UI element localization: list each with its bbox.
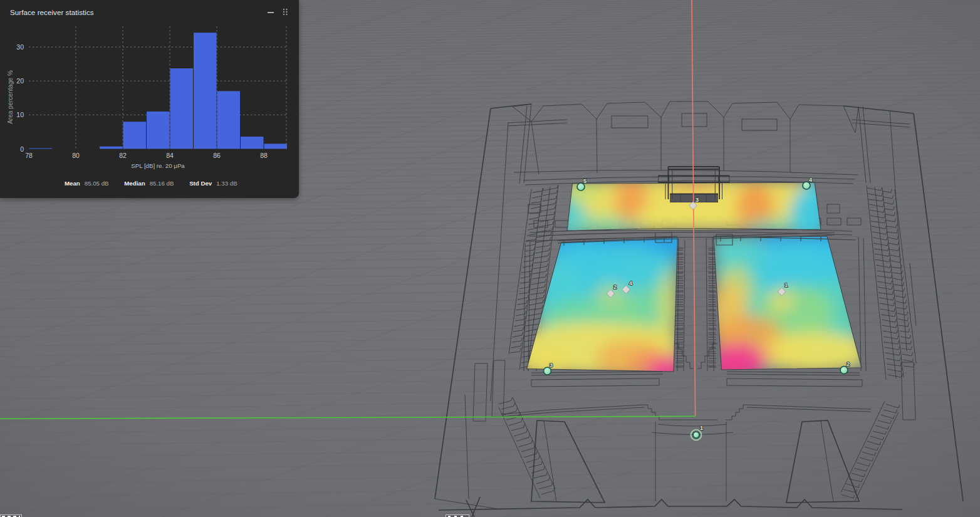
svg-text:88: 88: [260, 152, 268, 159]
svg-text:SPL [dB] re. 20 μPa: SPL [dB] re. 20 μPa: [131, 162, 185, 169]
svg-text:1: 1: [700, 425, 703, 431]
svg-text:0: 0: [20, 145, 24, 153]
svg-text:30: 30: [16, 43, 24, 51]
svg-text:2: 2: [847, 361, 850, 367]
svg-text:5: 5: [583, 178, 586, 184]
svg-text:3: 3: [550, 362, 553, 368]
svg-text:4: 4: [809, 177, 812, 183]
svg-text:82: 82: [119, 152, 127, 159]
svg-text:78: 78: [25, 152, 33, 159]
svg-text:80: 80: [72, 152, 80, 159]
svg-text:84: 84: [166, 152, 174, 159]
svg-text:Area percentage %: Area percentage %: [7, 70, 14, 124]
svg-text:86: 86: [213, 152, 221, 159]
svg-text:4: 4: [629, 280, 632, 286]
svg-text:20: 20: [16, 77, 24, 85]
svg-text:3: 3: [696, 197, 699, 203]
svg-text:2: 2: [613, 284, 617, 290]
svg-text:1: 1: [785, 282, 788, 288]
svg-text:10: 10: [16, 111, 24, 118]
